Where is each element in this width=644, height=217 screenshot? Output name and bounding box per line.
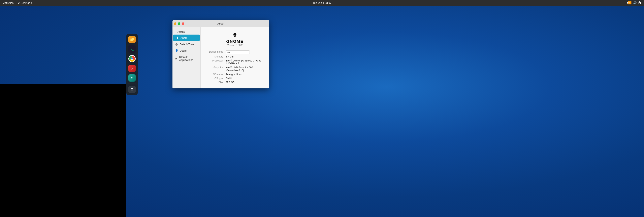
activities-button[interactable]: Activities xyxy=(2,1,15,5)
close-button[interactable] xyxy=(182,22,184,25)
dock-item-chrome[interactable] xyxy=(128,54,136,63)
sidebar-item-default-apps-label: Default Applications xyxy=(179,55,198,61)
dock-separator xyxy=(128,84,136,84)
black-area xyxy=(0,84,126,217)
svg-point-2 xyxy=(234,33,235,34)
terminal-icon: >_ xyxy=(128,45,136,53)
settings-menu-arrow: ▾ xyxy=(31,1,32,4)
settings-content: GNOME Version 3.30.2 Device name Memory … xyxy=(201,27,269,88)
processor-label: Processor xyxy=(206,59,226,65)
os-name-label: OS name xyxy=(206,73,226,76)
graphics-value: Intel® UHD Graphics 600 (Geminilake 2x6) xyxy=(226,66,264,72)
volume-icon: 🔊 xyxy=(633,1,636,4)
settings-menu-label: ⚙ Settings xyxy=(18,1,30,4)
grid-icon: ⠿ xyxy=(128,86,136,93)
processor-value: Intel® Celeron(R) N4000 CPU @ 1.10GHz × … xyxy=(226,59,264,65)
svg-point-4 xyxy=(236,33,236,34)
info-row-memory: Memory 3.7 GiB xyxy=(206,55,264,59)
about-icon: ℹ xyxy=(176,36,179,39)
info-row-processor: Processor Intel® Celeron(R) N4000 CPU @ … xyxy=(206,59,264,65)
dock-item-files[interactable]: 📁 xyxy=(128,35,136,44)
settings-window-title: About xyxy=(184,22,258,25)
settings-menu-button[interactable]: ⚙ Settings ▾ xyxy=(16,1,34,5)
sidebar-back-button[interactable]: ‹ Details xyxy=(172,29,200,34)
svg-point-7 xyxy=(234,35,234,35)
graphics-label: Graphics xyxy=(206,66,226,72)
topbar: Activities ⚙ Settings ▾ Tue Jan 1 23:07 … xyxy=(0,0,644,6)
back-arrow-icon: ‹ xyxy=(174,30,176,33)
dock-item-music[interactable]: ♪ xyxy=(128,64,136,73)
gnome-version: Version 3.30.2 xyxy=(227,44,243,47)
dock-item-grid[interactable]: ⠿ xyxy=(128,85,136,94)
device-name-value[interactable] xyxy=(226,50,264,54)
os-name-value: Antergos Linux xyxy=(226,73,264,76)
sidebar-item-users-label: Users xyxy=(180,49,186,52)
files-icon: 📁 xyxy=(128,36,136,43)
sidebar-item-users[interactable]: 👤 Users xyxy=(172,47,200,54)
info-row-disk: Disk 27.6 GB xyxy=(206,80,264,84)
dock-item-settings-toggle[interactable]: ⊕ xyxy=(128,73,136,82)
info-row-graphics: Graphics Intel® UHD Graphics 600 (Gemini… xyxy=(206,65,264,72)
settings-toggle-icon: ⊕ xyxy=(128,74,136,82)
settings-body: ‹ Details ℹ About ◷ Date & Time 👤 Users … xyxy=(172,27,269,88)
users-icon: 👤 xyxy=(175,49,178,52)
memory-label: Memory xyxy=(206,55,226,58)
info-row-os-type: OS type 64-bit xyxy=(206,76,264,80)
disk-value: 27.6 GB xyxy=(226,81,264,84)
device-name-input[interactable] xyxy=(226,50,250,54)
power-icon: ⏻▾ xyxy=(638,1,642,4)
memory-value: 3.7 GiB xyxy=(226,55,264,58)
info-row-device: Device name xyxy=(206,50,264,55)
info-row-os-name: OS name Antergos Linux xyxy=(206,72,264,76)
sidebar-item-datetime-label: Date & Time xyxy=(180,43,194,46)
topbar-left: Activities ⚙ Settings ▾ xyxy=(2,1,34,5)
sidebar-item-about[interactable]: ℹ About xyxy=(173,34,200,41)
sidebar-item-about-label: About xyxy=(180,36,187,39)
gnome-name: GNOME xyxy=(226,39,244,44)
info-table: Device name Memory 3.7 GiB Processor Int… xyxy=(206,50,264,84)
default-apps-icon: ★ xyxy=(175,57,178,60)
svg-point-8 xyxy=(235,35,235,35)
os-type-value: 64-bit xyxy=(226,77,264,80)
wifi-icon: ▾🛜 xyxy=(627,1,632,4)
sidebar-section-title: Details xyxy=(177,30,185,33)
disk-label: Disk xyxy=(206,81,226,84)
chrome-icon xyxy=(128,55,136,62)
dock: 📁 >_ ♪ ⊕ ⠿ xyxy=(126,34,138,95)
dock-item-terminal[interactable]: >_ xyxy=(128,45,136,53)
gnome-logo xyxy=(227,31,243,37)
desktop: Activities ⚙ Settings ▾ Tue Jan 1 23:07 … xyxy=(0,0,644,217)
settings-window: About ‹ Details ℹ About ◷ Date & Time xyxy=(172,20,269,88)
topbar-datetime[interactable]: Tue Jan 1 23:07 xyxy=(312,1,331,4)
sidebar-item-default-apps[interactable]: ★ Default Applications xyxy=(172,54,200,63)
topbar-right: ▾🛜 🔊 ⏻▾ xyxy=(627,1,642,4)
os-type-label: OS type xyxy=(206,77,226,80)
settings-titlebar: About xyxy=(172,20,269,27)
datetime-icon: ◷ xyxy=(175,43,178,46)
settings-sidebar: ‹ Details ℹ About ◷ Date & Time 👤 Users … xyxy=(172,27,201,88)
device-name-label: Device name xyxy=(206,50,226,54)
maximize-button[interactable] xyxy=(178,22,180,25)
sidebar-item-datetime[interactable]: ◷ Date & Time xyxy=(172,41,200,47)
minimize-button[interactable] xyxy=(174,22,176,25)
music-icon: ♪ xyxy=(128,65,136,72)
